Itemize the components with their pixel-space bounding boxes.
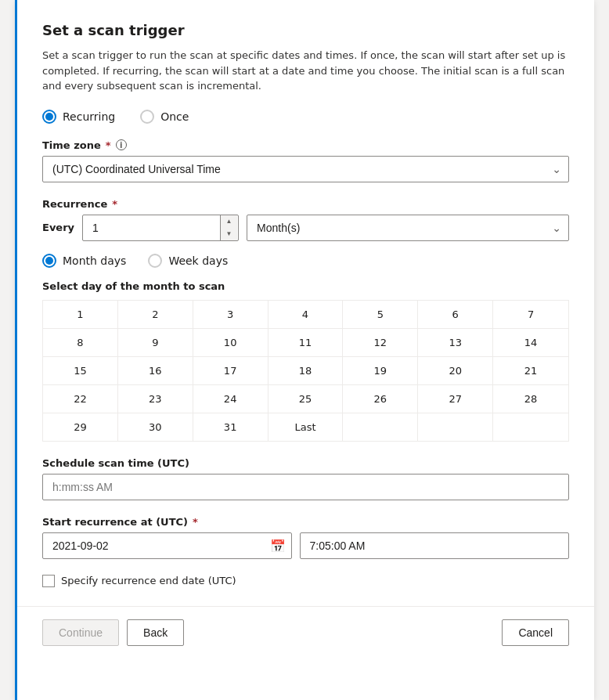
recurring-radio[interactable] [42,110,56,124]
week-days-radio[interactable] [148,254,162,268]
recurring-label: Recurring [63,110,115,123]
calendar-cell[interactable]: 3 [193,301,268,328]
once-label: Once [160,110,189,123]
start-recurrence-row: 📅 [42,532,569,559]
timezone-required: * [106,139,111,151]
calendar-cell[interactable]: 29 [43,413,118,441]
timezone-select[interactable]: (UTC) Coordinated Universal Time [42,156,569,182]
calendar-subtitle: Select day of the month to scan [42,280,569,292]
start-recurrence-required: * [193,516,198,528]
week-days-option[interactable]: Week days [148,254,228,268]
spin-buttons: ▲ ▼ [220,215,237,240]
calendar-row: 891011121314 [43,329,568,357]
calendar-cell[interactable]: 16 [118,357,193,384]
spin-down-button[interactable]: ▼ [220,228,237,240]
calendar-cell [418,413,493,441]
calendar-cell[interactable]: 4 [268,301,344,328]
start-recurrence-label: Start recurrence at (UTC) * [42,516,569,528]
recurrence-required: * [112,198,117,210]
continue-button[interactable]: Continue [42,619,119,646]
panel-description: Set a scan trigger to run the scan at sp… [42,48,569,94]
month-days-label: Month days [63,254,126,267]
calendar-cell[interactable]: Last [268,413,344,441]
calendar-cell[interactable]: 13 [418,329,493,356]
calendar-cell[interactable]: 7 [493,301,568,328]
calendar-cell[interactable]: 15 [43,357,118,384]
calendar-cell[interactable]: 23 [118,385,193,413]
schedule-scan-time-wrapper: Schedule scan time (UTC) [42,457,569,500]
day-type-group: Month days Week days [42,254,569,268]
recurrence-field-label: Recurrence * [42,198,569,210]
calendar-cell[interactable]: 12 [343,329,418,356]
week-days-label: Week days [168,254,228,267]
calendar-cell[interactable]: 5 [343,301,418,328]
calendar-row: 293031Last [43,413,568,441]
spin-up-button[interactable]: ▲ [220,215,237,228]
date-input[interactable] [42,532,292,559]
timezone-info-icon[interactable]: i [116,139,127,150]
calendar-cell[interactable]: 21 [493,357,568,384]
calendar-cell[interactable]: 25 [268,385,344,413]
calendar-cell[interactable]: 27 [418,385,493,413]
calendar-cell[interactable]: 31 [193,413,268,441]
once-radio[interactable] [140,110,154,124]
calendar-cell [493,413,568,441]
calendar-cell[interactable]: 22 [43,385,118,413]
calendar-grid: 1234567891011121314151617181920212223242… [42,300,569,442]
calendar-cell[interactable]: 14 [493,329,568,356]
month-days-option[interactable]: Month days [42,254,126,268]
calendar-cell[interactable]: 17 [193,357,268,384]
month-days-radio[interactable] [42,254,56,268]
calendar-cell[interactable]: 8 [43,329,118,356]
time-value-input[interactable] [300,532,570,559]
calendar-cell[interactable]: 24 [193,385,268,413]
calendar-cell[interactable]: 10 [193,329,268,356]
schedule-scan-time-label: Schedule scan time (UTC) [42,457,569,469]
calendar-cell[interactable]: 18 [268,357,344,384]
calendar-cell[interactable]: 20 [418,357,493,384]
calendar-cell[interactable]: 28 [493,385,568,413]
calendar-cell[interactable]: 2 [118,301,193,328]
date-input-wrapper: 📅 [42,532,292,559]
calendar-row: 22232425262728 [43,385,568,413]
back-button[interactable]: Back [127,619,184,646]
calendar-cell [343,413,418,441]
cancel-button[interactable]: Cancel [502,619,569,646]
every-number-input[interactable] [82,215,239,241]
timezone-select-wrapper: (UTC) Coordinated Universal Time ⌄ [42,156,569,182]
recurrence-row: Every ▲ ▼ Month(s) ⌄ [42,215,569,241]
end-date-row: Specify recurrence end date (UTC) [42,575,569,587]
recurring-option[interactable]: Recurring [42,110,115,124]
every-label: Every [42,222,74,233]
end-date-label: Specify recurrence end date (UTC) [61,575,236,586]
period-select[interactable]: Month(s) [247,215,569,241]
calendar-cell[interactable]: 9 [118,329,193,356]
panel-title: Set a scan trigger [42,22,569,38]
timezone-label: Time zone * i [42,139,569,151]
schedule-scan-time-input[interactable] [42,474,569,500]
calendar-cell[interactable]: 30 [118,413,193,441]
calendar-row: 15161718192021 [43,357,568,385]
once-option[interactable]: Once [140,110,189,124]
calendar-cell[interactable]: 6 [418,301,493,328]
footer: Continue Back Cancel [42,607,569,659]
trigger-type-group: Recurring Once [42,110,569,124]
calendar-cell[interactable]: 1 [43,301,118,328]
calendar-row: 1234567 [43,301,568,329]
end-date-checkbox[interactable] [42,575,55,587]
every-number-wrapper: ▲ ▼ [82,215,239,241]
period-select-wrapper: Month(s) ⌄ [247,215,569,241]
calendar-cell[interactable]: 26 [343,385,418,413]
calendar-cell[interactable]: 19 [343,357,418,384]
scan-trigger-panel: Set a scan trigger Set a scan trigger to… [15,0,594,700]
calendar-cell[interactable]: 11 [268,329,344,356]
